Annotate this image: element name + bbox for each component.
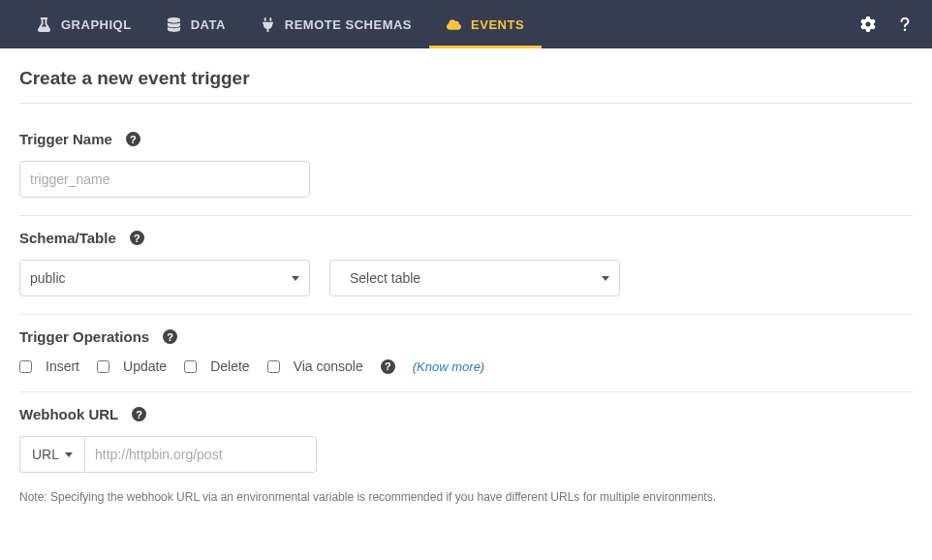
nav-left: GRAPHIQL DATA REMOTE SCHEMAS EVENTS — [19, 0, 542, 48]
op-label: Delete — [210, 358, 249, 374]
op-label: Update — [123, 358, 167, 374]
op-insert[interactable]: Insert — [19, 358, 79, 374]
database-icon — [167, 17, 181, 32]
op-delete[interactable]: Delete — [184, 358, 249, 374]
op-update[interactable]: Update — [97, 358, 167, 374]
schema-value: public — [30, 270, 66, 286]
nav-label: DATA — [191, 17, 226, 32]
schema-select[interactable]: public — [19, 260, 310, 296]
webhook-url-input[interactable] — [84, 436, 317, 473]
operations-label: Trigger Operations — [19, 328, 149, 345]
nav-remote-schemas[interactable]: REMOTE SCHEMAS — [243, 0, 429, 48]
page-title: Create a new event trigger — [19, 68, 913, 104]
trigger-name-label: Trigger Name — [19, 131, 112, 147]
table-select[interactable]: Select table — [329, 260, 620, 296]
gear-icon[interactable] — [860, 16, 876, 32]
nav-label: EVENTS — [471, 17, 524, 32]
section-webhook: Webhook URL ? URL Note: Specifying the w… — [19, 392, 913, 510]
plug-icon — [261, 17, 275, 32]
nav-events[interactable]: EVENTS — [429, 0, 542, 48]
nav-graphiql[interactable]: GRAPHIQL — [19, 0, 149, 48]
chevron-down-icon — [602, 276, 609, 281]
know-more-link[interactable]: (Know more) — [413, 359, 484, 374]
op-label: Via console — [294, 358, 363, 374]
op-label: Insert — [46, 358, 79, 374]
webhook-type-label: URL — [32, 447, 59, 462]
op-via-console-checkbox[interactable] — [267, 360, 280, 373]
chevron-down-icon — [65, 452, 73, 457]
op-delete-checkbox[interactable] — [184, 360, 197, 373]
help-icon[interactable]: ? — [130, 231, 144, 245]
section-schema-table: Schema/Table ? public Select table — [19, 216, 913, 315]
top-navbar: GRAPHIQL DATA REMOTE SCHEMAS EVENTS — [0, 0, 932, 48]
nav-data[interactable]: DATA — [149, 0, 243, 48]
op-via-console[interactable]: Via console — [267, 358, 363, 374]
schema-table-label: Schema/Table — [19, 230, 116, 246]
help-icon[interactable]: ? — [381, 359, 395, 374]
nav-label: REMOTE SCHEMAS — [285, 17, 412, 32]
trigger-name-input[interactable] — [19, 161, 310, 198]
webhook-note: Note: Specifying the webhook URL via an … — [19, 490, 913, 504]
help-icon[interactable]: ? — [163, 329, 177, 344]
cloud-icon — [447, 17, 461, 32]
help-icon[interactable]: ? — [132, 407, 146, 421]
op-update-checkbox[interactable] — [97, 360, 109, 373]
help-icon[interactable]: ? — [126, 132, 140, 146]
table-placeholder: Select table — [350, 270, 420, 286]
flask-icon — [37, 17, 51, 32]
nav-right — [860, 16, 913, 32]
chevron-down-icon — [292, 276, 299, 281]
section-trigger-name: Trigger Name ? — [19, 117, 913, 216]
section-trigger-operations: Trigger Operations ? Insert Update Delet… — [19, 315, 913, 392]
webhook-label: Webhook URL — [19, 406, 118, 422]
webhook-type-dropdown[interactable]: URL — [19, 436, 84, 473]
content: Create a new event trigger Trigger Name … — [0, 48, 932, 539]
op-insert-checkbox[interactable] — [19, 360, 32, 373]
help-icon[interactable] — [897, 16, 913, 32]
nav-label: GRAPHIQL — [61, 17, 132, 32]
